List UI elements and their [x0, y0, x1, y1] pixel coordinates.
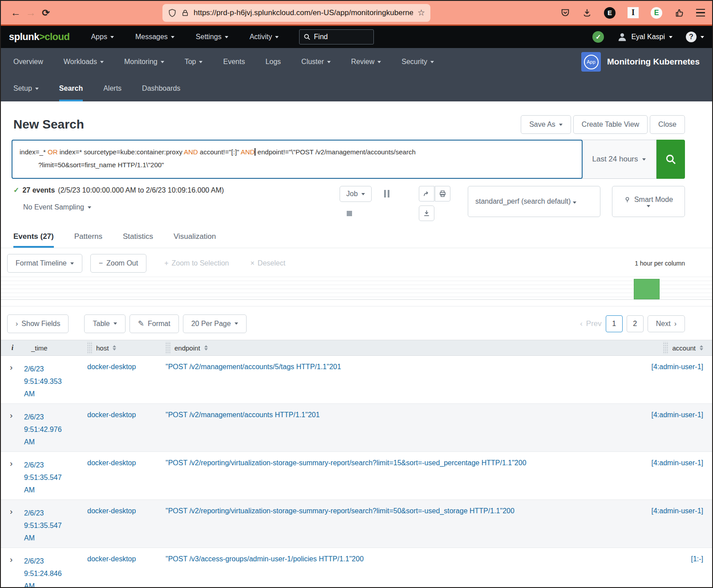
- host-cell[interactable]: docker-desktop: [87, 459, 166, 499]
- url-bar[interactable]: https://prd-p-h6jvj.splunkcloud.com/en-U…: [162, 4, 430, 22]
- account-cell[interactable]: [1:-]: [623, 555, 712, 588]
- account-cell[interactable]: [4:admin-user-1]: [623, 411, 712, 451]
- tab-events[interactable]: Events (27): [13, 225, 54, 248]
- close-button[interactable]: Close: [650, 115, 685, 134]
- extension-e-green-icon[interactable]: E: [651, 7, 662, 19]
- col-account[interactable]: account: [623, 342, 712, 354]
- stop-icon[interactable]: [347, 211, 352, 216]
- per-page-button[interactable]: 20 Per Page: [183, 314, 247, 333]
- drag-handle-icon[interactable]: [663, 342, 668, 354]
- sort-icon[interactable]: [113, 345, 116, 350]
- host-cell[interactable]: docker-desktop: [87, 363, 166, 403]
- share-button[interactable]: [419, 186, 434, 201]
- time-cell[interactable]: 2/6/239:51:35.547AM: [24, 459, 87, 499]
- lock-icon[interactable]: [181, 9, 189, 17]
- nav-security[interactable]: Security: [401, 58, 434, 66]
- tab-dashboards[interactable]: Dashboards: [142, 76, 180, 101]
- extension-i-icon[interactable]: I: [628, 7, 639, 18]
- col-time[interactable]: _time: [24, 344, 87, 352]
- nav-workloads[interactable]: Workloads: [64, 58, 104, 66]
- col-endpoint[interactable]: endpoint: [166, 342, 623, 354]
- endpoint-cell[interactable]: "POST /v2/reporting/virtualization-stora…: [166, 459, 623, 499]
- tab-search[interactable]: Search: [59, 76, 83, 101]
- tab-patterns[interactable]: Patterns: [74, 225, 102, 248]
- tab-setup[interactable]: Setup: [13, 76, 39, 101]
- smart-mode-button[interactable]: Smart Mode: [612, 186, 685, 217]
- account-cell[interactable]: [4:admin-user-1]: [623, 459, 712, 499]
- timeline-histogram[interactable]: [1, 277, 712, 300]
- expand-chevron-icon[interactable]: ›: [1, 507, 24, 548]
- sort-icon[interactable]: [700, 345, 703, 350]
- tab-alerts[interactable]: Alerts: [103, 76, 122, 101]
- tab-visualization[interactable]: Visualization: [174, 225, 216, 248]
- shield-icon[interactable]: [168, 8, 177, 17]
- expand-chevron-icon[interactable]: ›: [1, 459, 24, 499]
- bookmark-star-icon[interactable]: ☆: [417, 8, 425, 18]
- search-query-input[interactable]: index=_* OR index=* sourcetype=kube:cont…: [12, 140, 583, 179]
- time-cell[interactable]: 2/6/239:51:49.353AM: [24, 363, 87, 403]
- search-submit-button[interactable]: [656, 140, 685, 179]
- account-cell[interactable]: [4:admin-user-1]: [623, 363, 712, 403]
- nav-logs[interactable]: Logs: [265, 58, 281, 66]
- drag-handle-icon[interactable]: [87, 342, 92, 354]
- back-icon[interactable]: ←: [8, 7, 23, 19]
- nav-review[interactable]: Review: [351, 58, 381, 66]
- page-1-button[interactable]: 1: [606, 315, 623, 332]
- time-cell[interactable]: 2/6/239:51:24.846AM: [24, 555, 87, 588]
- endpoint-cell[interactable]: "POST /v2/management/accounts HTTP/1.1"2…: [166, 411, 623, 451]
- pocket-icon[interactable]: [560, 8, 570, 18]
- reload-icon[interactable]: ⟳: [38, 8, 53, 18]
- export-button[interactable]: [419, 205, 434, 221]
- menu-hamburger-icon[interactable]: [696, 9, 705, 17]
- extension-e-dark-icon[interactable]: E: [604, 7, 616, 19]
- host-cell[interactable]: docker-desktop: [87, 555, 166, 588]
- menu-apps[interactable]: Apps: [91, 33, 113, 41]
- host-cell[interactable]: docker-desktop: [87, 507, 166, 548]
- status-check-icon[interactable]: ✓: [592, 31, 604, 43]
- timeline-bar[interactable]: [634, 279, 660, 299]
- format-button[interactable]: ✎Format: [130, 314, 179, 333]
- menu-settings[interactable]: Settings: [196, 33, 228, 41]
- time-range-picker[interactable]: Last 24 hours: [582, 140, 656, 179]
- job-menu-button[interactable]: Job: [340, 186, 372, 202]
- expand-chevron-icon[interactable]: ›: [1, 411, 24, 451]
- sort-icon[interactable]: [204, 345, 208, 350]
- pause-icon[interactable]: [384, 190, 389, 197]
- find-search-box[interactable]: [299, 29, 374, 44]
- expand-chevron-icon[interactable]: ›: [1, 363, 24, 403]
- time-cell[interactable]: 2/6/239:51:35.547AM: [24, 507, 87, 548]
- thumbs-up-icon[interactable]: [674, 8, 684, 18]
- nav-top[interactable]: Top: [185, 58, 203, 66]
- nav-events[interactable]: Events: [223, 58, 245, 66]
- endpoint-cell[interactable]: "POST /v2/reporting/virtualization-stora…: [166, 507, 623, 548]
- forward-icon[interactable]: →: [23, 7, 38, 19]
- endpoint-cell[interactable]: "POST /v3/access-groups/admin-user-1/pol…: [166, 555, 623, 588]
- splunk-cloud-logo[interactable]: splunk>cloud: [9, 31, 69, 43]
- format-timeline-button[interactable]: Format Timeline: [7, 254, 82, 273]
- page-2-button[interactable]: 2: [627, 315, 644, 332]
- downloads-icon[interactable]: [582, 8, 592, 18]
- user-menu[interactable]: Eyal Kaspi: [617, 32, 672, 42]
- col-host[interactable]: host: [87, 342, 166, 354]
- save-as-button[interactable]: Save As: [521, 115, 571, 134]
- zoom-out-button[interactable]: −Zoom Out: [90, 254, 146, 273]
- menu-messages[interactable]: Messages: [135, 33, 174, 41]
- nav-monitoring[interactable]: Monitoring: [124, 58, 164, 66]
- create-table-view-button[interactable]: Create Table View: [573, 115, 648, 134]
- search-mode-perf-button[interactable]: standard_perf (search default): [468, 186, 600, 217]
- nav-cluster[interactable]: Cluster: [301, 58, 331, 66]
- next-page-button[interactable]: Next›: [648, 315, 685, 332]
- nav-overview[interactable]: Overview: [13, 58, 43, 66]
- expand-chevron-icon[interactable]: ›: [1, 555, 24, 588]
- show-fields-button[interactable]: ›Show Fields: [7, 314, 69, 333]
- event-sampling-menu[interactable]: No Event Sampling: [23, 203, 224, 211]
- url-text[interactable]: https://prd-p-h6jvj.splunkcloud.com/en-U…: [194, 8, 413, 17]
- account-cell[interactable]: [4:admin-user-1]: [623, 507, 712, 548]
- list-format-button[interactable]: Table: [84, 314, 125, 333]
- help-menu[interactable]: ?: [686, 32, 704, 42]
- time-cell[interactable]: 2/6/239:51:42.976AM: [24, 411, 87, 451]
- menu-activity[interactable]: Activity: [250, 33, 279, 41]
- tab-statistics[interactable]: Statistics: [123, 225, 153, 248]
- print-button[interactable]: [435, 186, 450, 201]
- find-input[interactable]: [314, 33, 363, 41]
